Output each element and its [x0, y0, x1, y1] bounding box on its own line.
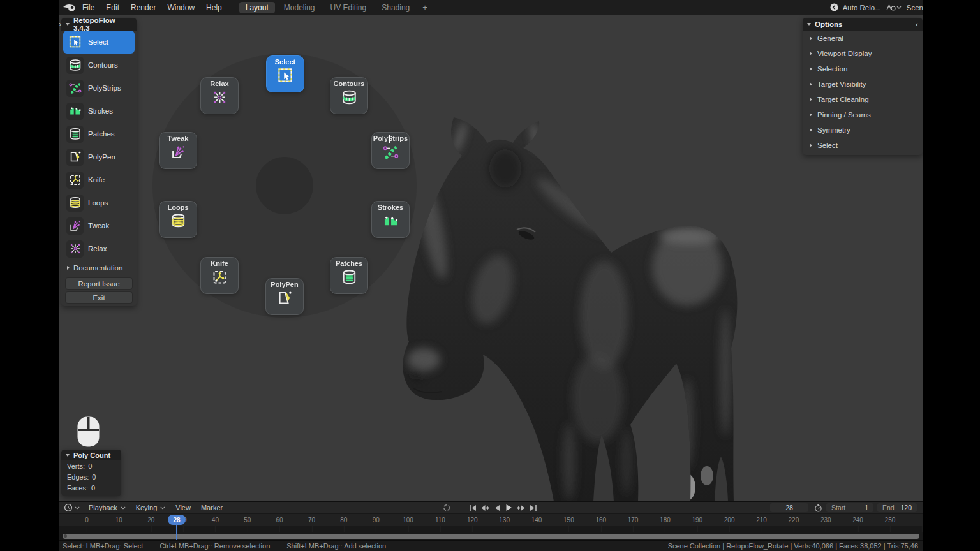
timeline-tick-label: 20: [135, 514, 167, 527]
start-frame-field[interactable]: Start 1: [826, 503, 873, 512]
blender-window: File Edit Render Window Help Layout Mode…: [59, 0, 923, 551]
jump-to-start-button[interactable]: [468, 504, 477, 511]
poly-count-value: 0: [91, 484, 95, 492]
pie-item-contours[interactable]: Contours: [330, 77, 368, 114]
tool-polystrips[interactable]: PolyStrips: [63, 77, 135, 99]
pie-item-select[interactable]: Select: [266, 55, 304, 92]
playhead-line[interactable]: [176, 525, 177, 541]
report-issue-button[interactable]: Report Issue: [65, 277, 133, 290]
options-section-row[interactable]: General: [803, 31, 923, 46]
prev-frame-button[interactable]: [492, 504, 501, 511]
pie-item-polystrips[interactable]: PolyStrips: [371, 132, 410, 169]
options-section-row[interactable]: Selection: [803, 61, 923, 77]
tool-loops[interactable]: Loops: [63, 191, 135, 214]
options-section-row[interactable]: Select: [803, 138, 923, 153]
timeline-track[interactable]: [59, 526, 923, 532]
auto-reload-icon[interactable]: [830, 3, 838, 11]
loops-icon: [66, 195, 84, 212]
tab-uv-editing[interactable]: UV Editing: [324, 2, 373, 13]
topbar: File Edit Render Window Help Layout Mode…: [59, 0, 923, 15]
menu-help[interactable]: Help: [200, 0, 228, 15]
panel-collapse-arrow-icon[interactable]: ‹: [916, 20, 918, 28]
timeline-tick-label: 0: [71, 514, 103, 527]
auto-reload-label[interactable]: Auto Relo...: [843, 4, 881, 11]
pie-item-strokes[interactable]: Strokes: [371, 201, 410, 238]
options-section-row[interactable]: Pinning / Seams: [803, 107, 923, 122]
options-section-row[interactable]: Target Cleaning: [803, 92, 923, 107]
poly-count-row: Edges: 0: [61, 471, 121, 482]
pie-item-label: PolyPen: [271, 281, 298, 289]
disclosure-arrow-icon: [810, 143, 812, 147]
next-keyframe-button[interactable]: [516, 504, 526, 511]
pie-item-polypen[interactable]: PolyPen: [265, 278, 304, 315]
end-frame-label: End: [882, 504, 895, 511]
view-menu[interactable]: View: [170, 504, 196, 511]
options-section-label: Target Visibility: [817, 80, 866, 88]
tool-select[interactable]: Select: [63, 31, 135, 54]
options-section-row[interactable]: Target Visibility: [803, 77, 923, 92]
scene-icon[interactable]: [886, 3, 902, 11]
retopoflow-panel: RetopoFlow 3.4.3 Select Contours PolyStr…: [61, 18, 137, 306]
tab-shading[interactable]: Shading: [375, 2, 416, 13]
menu-window[interactable]: Window: [161, 0, 200, 15]
poly-count-header[interactable]: Poly Count: [61, 450, 121, 460]
select-icon: [66, 34, 84, 51]
poly-count-label: Faces:: [67, 484, 88, 492]
keying-menu[interactable]: Keying: [131, 504, 171, 511]
stopwatch-icon[interactable]: [814, 504, 822, 512]
playback-controls: [442, 502, 538, 513]
panel-collapse-icon[interactable]: [66, 454, 70, 457]
pie-item-tweak[interactable]: Tweak: [159, 132, 197, 169]
tab-modeling[interactable]: Modeling: [278, 2, 322, 13]
current-frame-field[interactable]: 28: [770, 503, 808, 512]
pie-item-relax[interactable]: Relax: [200, 77, 239, 114]
pie-item-label: Loops: [168, 203, 189, 212]
chevron-down-icon: [75, 506, 80, 510]
tab-layout[interactable]: Layout: [239, 2, 275, 13]
exit-button[interactable]: Exit: [65, 291, 133, 304]
play-button[interactable]: [504, 504, 514, 511]
pie-item-patches[interactable]: Patches: [330, 257, 368, 294]
panel-collapse-icon[interactable]: [807, 23, 811, 26]
playhead-frame-badge[interactable]: 28: [168, 515, 186, 525]
polystrips-icon: [382, 143, 399, 161]
tool-strokes[interactable]: Strokes: [63, 99, 135, 122]
pie-item-knife[interactable]: Knife: [200, 257, 239, 294]
tool-patches[interactable]: Patches: [63, 122, 135, 145]
timeline-ruler[interactable]: 0 10 20 30 40 50 60 70 80 90: [59, 513, 923, 526]
keymap-hints: Select: LMB+Drag: Select Ctrl+LMB+Drag::…: [63, 542, 386, 550]
prev-keyframe-button[interactable]: [480, 504, 489, 511]
blender-logo-icon[interactable]: [63, 3, 77, 13]
options-section-label: Symmetry: [817, 126, 850, 134]
keymap-hint: Shift+LMB+Drag:: Add selection: [286, 542, 386, 550]
tool-knife[interactable]: Knife: [63, 168, 135, 191]
tool-polypen[interactable]: PolyPen: [63, 145, 135, 168]
panel-collapse-icon[interactable]: [66, 23, 70, 26]
menu-render[interactable]: Render: [125, 0, 161, 15]
editor-type-dropdown[interactable]: [64, 503, 80, 512]
timeline-scrollbar[interactable]: [63, 534, 919, 539]
retopoflow-panel-header[interactable]: RetopoFlow 3.4.3: [61, 18, 137, 31]
pie-item-loops[interactable]: Loops: [159, 201, 197, 238]
marker-menu[interactable]: Marker: [196, 504, 228, 511]
contours-icon: [66, 57, 84, 74]
start-frame-value: 1: [865, 504, 868, 511]
jump-to-end-button[interactable]: [528, 504, 538, 511]
sidebar-expand-arrow[interactable]: ›: [59, 21, 61, 27]
add-workspace-button[interactable]: +: [419, 3, 431, 12]
options-section-label: Pinning / Seams: [817, 111, 871, 119]
playback-menu[interactable]: Playback: [84, 504, 131, 511]
options-section-row[interactable]: Viewport Display: [803, 46, 923, 61]
menu-edit[interactable]: Edit: [100, 0, 125, 15]
tool-relax[interactable]: Relax: [63, 237, 135, 260]
tool-contours[interactable]: Contours: [63, 54, 135, 77]
timeline-tick-label: 40: [199, 514, 231, 527]
sync-playback-icon[interactable]: [442, 504, 451, 511]
tool-tweak[interactable]: Tweak: [63, 214, 135, 237]
scene-selector[interactable]: Scen: [907, 4, 923, 11]
options-section-row[interactable]: Symmetry: [803, 122, 923, 138]
documentation-section[interactable]: Documentation: [61, 260, 137, 276]
options-panel-header[interactable]: Options ‹: [803, 18, 923, 31]
menu-file[interactable]: File: [77, 0, 100, 15]
end-frame-field[interactable]: End 120: [877, 503, 917, 512]
